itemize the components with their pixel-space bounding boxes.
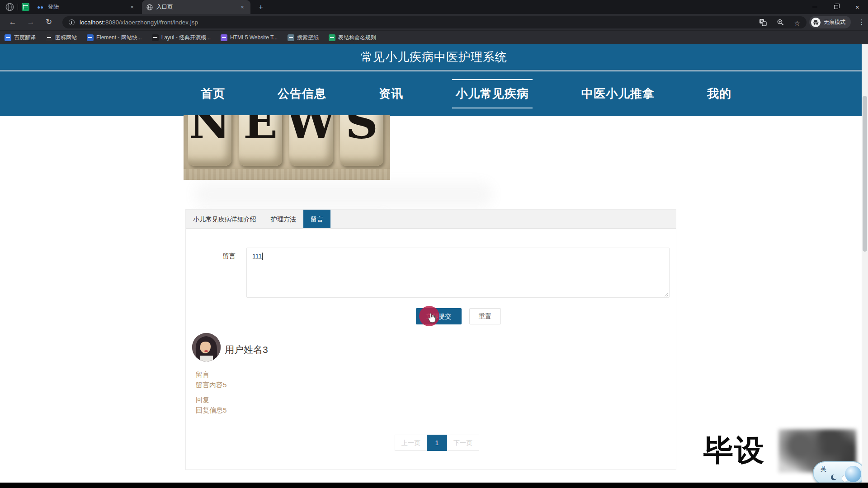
incognito-badge: 无痕模式: [809, 16, 851, 28]
hand-cursor-icon: [427, 313, 437, 324]
browser-tab-login[interactable]: 登陆 ×: [33, 0, 140, 14]
login-tab-favicon-dots-icon: [37, 5, 44, 9]
site-nav-bar: 首页 公告信息 资讯 小儿常见疾病 中医小儿推拿 我的: [0, 71, 868, 116]
bookmark-item[interactable]: 图标网站: [46, 34, 77, 42]
news-die-block: N: [188, 115, 231, 166]
tab-nursing-method[interactable]: 护理方法: [264, 210, 303, 228]
pagination-next-button[interactable]: 下一页: [447, 435, 479, 450]
commenter-username: 用户姓名3: [225, 343, 268, 356]
incognito-label: 无痕模式: [824, 19, 845, 26]
comment-message-text: 留言内容5: [196, 381, 226, 389]
bookmark-label: 图标网站: [55, 34, 77, 42]
nav-item-mine[interactable]: 我的: [703, 80, 735, 108]
window-restore-button[interactable]: [826, 0, 847, 14]
news-die-block: S: [340, 115, 383, 166]
globe-sphere-icon: [845, 466, 861, 482]
news-die-block: W: [289, 115, 333, 166]
pinned-green-sheet-icon[interactable]: [22, 3, 29, 11]
ime-language-label: 英: [821, 465, 826, 473]
page-title: 常见小儿疾病中医护理系统: [361, 49, 507, 65]
bookmark-item[interactable]: HTML5 Website T...: [221, 34, 278, 41]
icon-site-flag-icon: [46, 34, 52, 41]
url-path: :8080/xiaoerzhongyi/front/index.jsp: [104, 19, 198, 26]
table-naming-rules-icon: [329, 34, 335, 41]
html5-template-icon: [221, 34, 227, 41]
site-header: 常见小儿疾病中医护理系统: [0, 44, 868, 70]
browser-tab-title: 入口页: [156, 3, 235, 11]
new-tab-button[interactable]: +: [256, 2, 266, 12]
browser-tab-title: 登陆: [48, 3, 125, 11]
browser-tabstrip: 登陆 × 入口页 × + ×: [0, 0, 868, 14]
tab-close-icon[interactable]: ×: [239, 4, 246, 11]
bookmark-item[interactable]: Layui - 经典开源模...: [152, 34, 211, 42]
element-ui-icon: [87, 34, 94, 41]
pagination: 上一页 1 下一页: [395, 435, 479, 451]
video-watermark-text: 毕设: [703, 430, 765, 471]
tabstrip-separator: [18, 4, 18, 10]
bookmark-item[interactable]: 搜索壁纸: [288, 34, 319, 42]
nav-item-common-pediatric-diseases[interactable]: 小儿常见疾病: [452, 79, 533, 108]
page-info-icon[interactable]: [69, 19, 75, 25]
news-image-floor: [184, 169, 390, 180]
message-textarea-value: 111: [252, 253, 262, 260]
letterbox-strip: [0, 483, 868, 488]
bookmark-item[interactable]: 百度翻译: [5, 34, 36, 42]
bookmark-label: Element - 网站快...: [96, 34, 142, 42]
comment-message-label: 留言: [196, 371, 209, 379]
entry-tab-globe-favicon-icon: [146, 4, 153, 10]
nav-item-home[interactable]: 首页: [197, 80, 229, 108]
bookmark-label: 表结构命名规则: [338, 34, 376, 42]
commenter-avatar: [192, 333, 221, 361]
window-close-button[interactable]: ×: [847, 0, 868, 14]
news-dice-image: N E W S: [184, 115, 390, 180]
pagination-prev-button[interactable]: 上一页: [395, 435, 427, 450]
wallpaper-search-icon: [288, 34, 294, 41]
tab-disease-detail[interactable]: 小儿常见疾病详细介绍: [186, 210, 264, 228]
nav-item-announcements[interactable]: 公告信息: [274, 80, 330, 108]
bookmark-label: 搜索壁纸: [297, 34, 319, 42]
blur-smudge: [194, 182, 493, 207]
news-die-block: E: [239, 115, 282, 166]
nav-item-tcm-pediatric-massage[interactable]: 中医小儿推拿: [578, 80, 658, 108]
bookmark-star-icon[interactable]: ☆: [794, 19, 800, 28]
url-host: localhost: [80, 19, 104, 26]
detail-tab-bar: 小儿常见疾病详细介绍 护理方法 留言: [186, 210, 676, 229]
text-caret: [262, 253, 263, 260]
forward-button[interactable]: →: [25, 17, 36, 28]
back-button[interactable]: ←: [7, 17, 18, 28]
layui-icon: [152, 34, 159, 41]
bookmark-label: HTML5 Website T...: [230, 34, 278, 41]
bookmark-item[interactable]: 表结构命名规则: [329, 34, 376, 42]
reload-button[interactable]: ↻: [43, 17, 54, 28]
message-textarea[interactable]: 111: [246, 248, 670, 298]
address-bar[interactable]: localhost:8080/xiaoerzhongyi/front/index…: [62, 16, 807, 28]
ime-indicator[interactable]: 英: [813, 461, 865, 485]
reset-button[interactable]: 重置: [469, 308, 501, 324]
bookmarks-bar: 百度翻译 图标网站 Element - 网站快... Layui - 经典开源模…: [0, 30, 868, 44]
nav-item-news[interactable]: 资讯: [375, 80, 407, 108]
comment-reply-text: 回复信息5: [196, 406, 226, 415]
moon-icon: [831, 474, 837, 480]
browser-tab-entry-page[interactable]: 入口页 ×: [142, 0, 250, 14]
browser-logo-globe-icon: [5, 3, 14, 11]
bookmark-label: 百度翻译: [14, 34, 36, 42]
tab-message-board[interactable]: 留言: [303, 210, 330, 228]
pagination-current-page[interactable]: 1: [427, 435, 447, 451]
browser-menu-icon[interactable]: ⋮: [858, 17, 866, 28]
tab-close-icon[interactable]: ×: [128, 4, 136, 11]
incognito-icon: [811, 18, 821, 27]
baidu-translate-icon: [5, 34, 11, 41]
page-scrollbar-thumb[interactable]: [863, 96, 867, 252]
window-minimize-button[interactable]: [804, 0, 826, 14]
bookmark-label: Layui - 经典开源模...: [161, 34, 211, 42]
bookmark-item[interactable]: Element - 网站快...: [87, 34, 142, 42]
comment-reply-label: 回复: [196, 396, 209, 404]
translate-icon[interactable]: [759, 19, 767, 28]
zoom-icon[interactable]: [777, 19, 784, 28]
message-field-label: 留言: [217, 252, 236, 260]
textarea-resize-grip-icon[interactable]: [663, 291, 668, 296]
